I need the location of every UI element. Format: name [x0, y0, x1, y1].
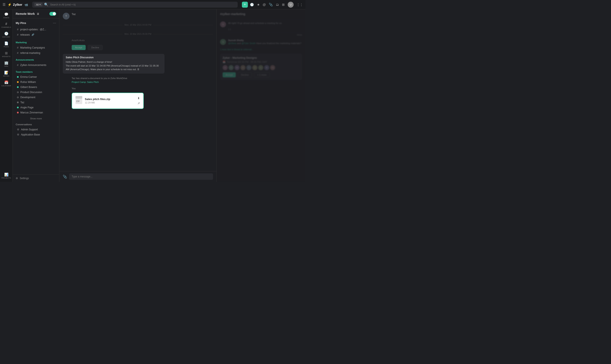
sidebar-item-projects[interactable]: 📊 PROJECTS — [1, 171, 12, 180]
channel-item-zylker-announcements[interactable]: # Zylker-Announcements — [16, 62, 56, 68]
pin-item-releases[interactable]: # releases 🔗 — [16, 32, 56, 37]
pin-name: project-updates : @Z... — [20, 28, 46, 31]
monitor-icon: 🖥 — [37, 12, 39, 15]
show-more-button[interactable]: Show more — [13, 116, 59, 121]
video-icon[interactable]: 📹 — [24, 3, 28, 6]
timestamp-text-1: Mon, 15 Mar 2021 04:00 PM — [122, 24, 154, 26]
zip-icon: ZIP — [76, 96, 82, 105]
left-panel-footer: ⚙ Settings — [13, 174, 59, 182]
mention-icon[interactable]: @ — [263, 3, 266, 6]
team-member-gilbert[interactable]: Gilbert Bowers — [16, 85, 56, 90]
rp-accept-button[interactable]: Accept — [223, 72, 236, 77]
rp-cal-actions: Accept Decline + 1 more — [223, 72, 299, 77]
clock-icon[interactable]: 🕐 — [250, 3, 254, 7]
rp-av-5: Y — [246, 65, 251, 70]
pins-header: My Pins ⋯ — [16, 21, 56, 25]
sidebar-item-chats[interactable]: 💬 CHATS — [1, 11, 12, 20]
you-label: You — [72, 87, 213, 90]
icon-sidebar: 💬 CHATS # CHANNELS 🕐 HISTORY 📄 FILES ⊞ W… — [0, 9, 13, 182]
pin-item-project-updates[interactable]: # project-updates : @Z... — [16, 27, 56, 32]
rp-avatar-1: S — [220, 21, 226, 27]
apps-grid-icon[interactable]: ⋮⋮ — [297, 3, 303, 7]
file-link[interactable]: Project Camp: Sales Pitch — [72, 81, 99, 83]
team-member-marcus[interactable]: Marcus Zimmerman — [16, 110, 56, 115]
rp-av-1: U — [223, 65, 228, 70]
conv-item-application-base[interactable]: ⚙ Application Base — [16, 132, 56, 137]
sidebar-item-calendar[interactable]: 📅 CALENDER — [1, 79, 12, 88]
channel-item-marketing-campaigns[interactable]: # Marketing Campaigns — [16, 45, 56, 50]
workspace-name-text: Remote Work — [16, 12, 35, 15]
right-panel-content: #zylker-marketing S All right! I'll go a… — [217, 9, 306, 182]
chats-icon: 💬 — [4, 12, 9, 16]
sidebar-item-history[interactable]: 🕐 HISTORY — [1, 30, 12, 39]
rp-msg-text-1: All right! I'll go ahead and schedule a … — [228, 21, 302, 25]
status-indicator-6 — [17, 107, 19, 108]
sidebar-item-files[interactable]: 📄 FILES — [1, 40, 12, 49]
search-scope-selector[interactable]: All ▾ — [34, 3, 42, 6]
star-icon[interactable]: ★ — [257, 3, 260, 7]
history-label: HISTORY — [2, 36, 10, 38]
accept-button-top[interactable]: Accept — [72, 45, 86, 50]
hash-icon-2: # — [17, 33, 18, 36]
sidebar-item-widgets[interactable]: ⊞ WIDGETS — [1, 50, 12, 59]
spd-detail-text: Hello Olivia Palmer, there's a change of… — [66, 61, 112, 63]
file-size: 12.29 MB — [85, 101, 135, 104]
conv-item-admin-support[interactable]: ⚙ Admin Support — [16, 127, 56, 132]
rp-decline-button[interactable]: Decline — [238, 72, 252, 77]
chat-area: T Taz Mon, 15 Mar 2021 04:00 PM Mon, 15 … — [59, 9, 216, 182]
spd-detail2-text: The event will start at 15 Mar '21 04:00… — [66, 65, 159, 71]
team-member-rufus[interactable]: Rufus William — [16, 79, 56, 85]
sidebar-item-channels[interactable]: # CHANNELS — [1, 21, 12, 29]
pins-more-icon[interactable]: ⋯ — [53, 21, 56, 25]
notes-label: NOTES — [3, 75, 9, 77]
channels-icon: # — [5, 22, 7, 26]
svg-text:ZIP: ZIP — [76, 100, 80, 102]
search-input[interactable] — [50, 3, 235, 6]
main-layout: 💬 CHATS # CHANNELS 🕐 HISTORY 📄 FILES ⊞ W… — [0, 9, 306, 182]
grid-icon[interactable]: ⊞ — [282, 3, 285, 7]
avatar[interactable]: U — [288, 2, 294, 8]
team-member-angie[interactable]: Angie Page — [16, 105, 56, 110]
rp-event-title: Zyker - Marketing Designs — [223, 56, 299, 59]
attachment-icon[interactable]: 📎 — [269, 3, 273, 7]
rp-thread-text: 1 more item in thread at zettemail... — [220, 48, 253, 51]
chat-input[interactable] — [69, 173, 213, 180]
hash-icon-5: # — [17, 63, 18, 66]
status-indicator-7 — [17, 112, 19, 113]
settings-item[interactable]: ⚙ Settings — [16, 177, 56, 180]
chat-content: T Taz Mon, 15 Mar 2021 04:00 PM Mon, 15 … — [59, 9, 216, 171]
attach-icon[interactable]: 📎 — [63, 175, 67, 179]
rp-thread-link[interactable]: 1 more item in thread at zettemail... — [217, 48, 306, 52]
sidebar-item-notes[interactable]: 📝 NOTES — [1, 69, 12, 78]
rp-maybe-button[interactable]: + 1 more — [254, 72, 270, 77]
channel-item-referral-marketing[interactable]: # referral-marketing — [16, 50, 56, 55]
team-member-emma[interactable]: Emma Cartner — [16, 74, 56, 79]
msg-body-taz: Taz — [72, 13, 213, 16]
file-share-user: Taz — [72, 77, 76, 79]
folder-icon[interactable]: 🗂 — [276, 3, 279, 6]
topbar: ☰ ⚡ Zylker 📹 All ▾ 🔍 + 🕐 ★ @ 📎 🗂 ⊞ U ⋮⋮ — [0, 0, 306, 9]
marketing-group: Marketing # Marketing Campaigns # referr… — [13, 39, 59, 56]
link-icon: 🔗 — [32, 34, 34, 36]
team-member-development[interactable]: ⚙ Development — [16, 95, 56, 100]
history-icon: 🕐 — [4, 32, 9, 36]
rp-av-4: X — [240, 65, 246, 70]
decline-button-top[interactable]: Decline — [88, 45, 103, 50]
rp-msg-row-2: S Suresh Shetty @Olivia and @Tyler Smith… — [220, 39, 302, 45]
workspace-toggle[interactable] — [49, 12, 56, 16]
team-members-title: Team members — [16, 71, 56, 73]
team-member-product-discussion[interactable]: ⚙ Product Discussion — [16, 90, 56, 95]
sidebar-item-org[interactable]: 🏢 ORG — [1, 60, 12, 68]
add-button[interactable]: + — [242, 2, 248, 8]
member-name-5: Development — [20, 96, 35, 99]
msg-header-taz: Taz — [72, 13, 213, 16]
member-name-7: Angie Page — [20, 106, 34, 109]
team-member-taz[interactable]: Taz — [16, 100, 56, 105]
rp-av-6: Z — [252, 65, 257, 70]
pin-name-releases: releases — [20, 33, 30, 36]
logo-icon: ⚡ — [8, 3, 12, 7]
status-indicator-5 — [17, 102, 19, 103]
menu-icon[interactable]: ☰ — [2, 2, 5, 7]
share-button[interactable]: ↗ — [137, 102, 140, 105]
download-button[interactable]: ⬇ — [137, 96, 140, 100]
